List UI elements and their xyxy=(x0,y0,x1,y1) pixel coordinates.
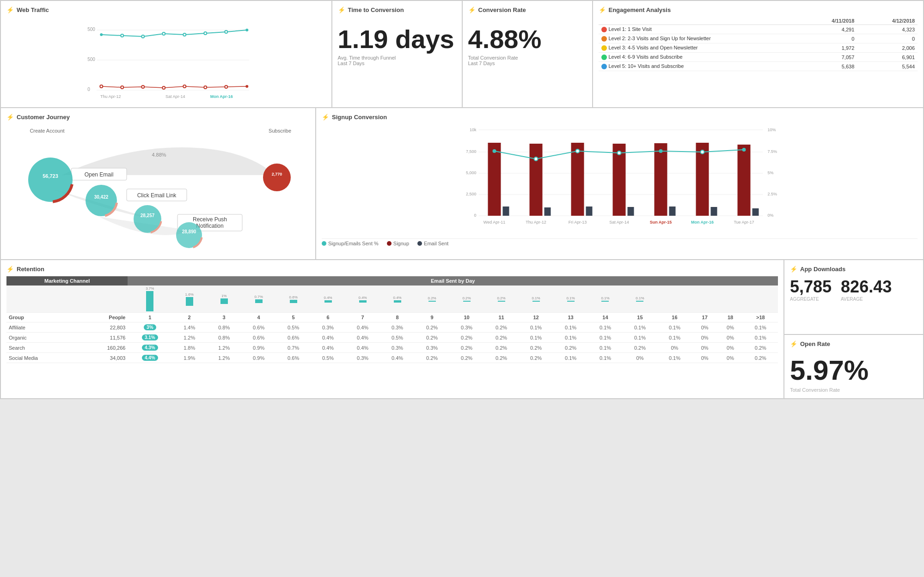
svg-point-11 xyxy=(204,32,207,35)
pct-bar-cell: 0.2% xyxy=(484,285,519,313)
val-cell: 1.4% xyxy=(172,322,207,333)
val-cell: 0.4% xyxy=(311,343,345,353)
create-account-label: Create Account xyxy=(29,128,66,134)
val-cell: 0.1% xyxy=(519,322,553,333)
conversion-rate-title: ⚡ Conversion Rate xyxy=(468,6,587,13)
svg-text:500: 500 xyxy=(87,27,95,32)
val-cell: 0.2% xyxy=(743,353,778,363)
retention-card: ⚡ Retention Marketing Channel Email Sent… xyxy=(1,260,783,398)
svg-text:Mon Apr-16: Mon Apr-16 xyxy=(210,94,233,99)
svg-point-14 xyxy=(100,85,103,88)
row-1: ⚡ Web Traffic 500 500 0 xyxy=(1,1,923,107)
val-cell: 0.6% xyxy=(241,322,276,333)
pct-bar-cell: 0.7% xyxy=(241,285,276,313)
svg-point-17 xyxy=(162,86,165,89)
val-cell: 0% xyxy=(692,353,717,363)
cr-value: 4.88% xyxy=(468,26,587,52)
val-cell: 0.4% xyxy=(311,333,345,343)
pct-bar-cell: 0.2% xyxy=(449,285,484,313)
people-cell: 11,576 xyxy=(79,333,128,343)
svg-point-78 xyxy=(534,157,538,161)
val-cell: 0.2% xyxy=(519,353,553,363)
people-col-header: People xyxy=(79,313,128,322)
svg-text:Mon Apr-16: Mon Apr-16 xyxy=(691,220,714,225)
ret-icon: ⚡ xyxy=(6,266,14,273)
web-traffic-chart: 500 500 0 xyxy=(6,17,326,100)
engagement-title: ⚡ Engagement Analysis xyxy=(599,6,918,13)
day-col-header: 9 xyxy=(415,313,449,322)
val-cell: 0.1% xyxy=(553,322,588,333)
val-cell: 0.7% xyxy=(276,343,311,353)
people-cell: 160,266 xyxy=(79,343,128,353)
svg-text:500: 500 xyxy=(87,57,95,62)
engagement-analysis-card: ⚡ Engagement Analysis 4/11/2018 4/12/201… xyxy=(593,1,924,107)
retention-table: Marketing Channel Email Sent by Day 3.7%… xyxy=(6,276,778,363)
day-col-header: 4 xyxy=(241,313,276,322)
svg-point-15 xyxy=(121,86,123,89)
sc-icon: ⚡ xyxy=(322,114,329,121)
val-cell: 0.2% xyxy=(484,343,519,353)
val-cell: 1.2% xyxy=(207,353,241,363)
svg-rect-68 xyxy=(586,207,593,216)
group-cell: Search xyxy=(6,343,79,353)
val-cell: 0% xyxy=(717,343,743,353)
val-cell: 0.3% xyxy=(380,343,415,353)
cj-svg: Open Email 4.88% Click Email Link Receiv… xyxy=(6,124,307,249)
val-cell: 0.5% xyxy=(380,333,415,343)
day-col-header: 8 xyxy=(380,313,415,322)
svg-text:Open Email: Open Email xyxy=(85,171,114,178)
svg-rect-74 xyxy=(711,207,717,216)
svg-text:56,723: 56,723 xyxy=(43,173,58,179)
ttc-label2: Last 7 Days xyxy=(338,61,456,66)
engagement-row: Level 4: 6-9 Visits and Subscribe 7,057 … xyxy=(599,53,918,62)
val-cell: 0% xyxy=(717,333,743,343)
svg-text:5,000: 5,000 xyxy=(466,170,477,175)
svg-point-7 xyxy=(121,34,123,37)
engagement-row: Level 3: 4-5 Visits and Open Newsletter … xyxy=(599,43,918,53)
cr-label1: Total Conversion Rate xyxy=(468,55,587,61)
val-cell: 0.3% xyxy=(449,322,484,333)
val-cell: 0.8% xyxy=(207,322,241,333)
svg-text:Tue Apr-17: Tue Apr-17 xyxy=(734,220,754,225)
legend-red-dot xyxy=(387,241,392,246)
svg-point-8 xyxy=(141,35,144,38)
pct-bar-cell: 0.1% xyxy=(588,285,623,313)
val-cell: 0% xyxy=(717,322,743,333)
svg-text:5%: 5% xyxy=(768,170,774,175)
pct-bar-cell xyxy=(717,285,743,313)
web-traffic-icon: ⚡ xyxy=(6,6,14,13)
customer-journey-card: ⚡ Customer Journey Open Email 4.88% xyxy=(1,108,315,259)
svg-point-82 xyxy=(701,150,704,154)
signup-conversion-card: ⚡ Signup Conversion 10k 7,500 5,000 2,50… xyxy=(316,108,923,259)
pct-bar-cell: 0.4% xyxy=(345,285,380,313)
val-cell: 0.1% xyxy=(743,333,778,343)
svg-text:0%: 0% xyxy=(768,213,774,218)
or-label: Total Conversion Rate xyxy=(790,387,918,393)
svg-text:4.88%: 4.88% xyxy=(152,152,166,158)
svg-text:Thu Apr-12: Thu Apr-12 xyxy=(100,94,121,99)
group-col-header: Group xyxy=(6,313,79,322)
val-cell: 0% xyxy=(692,322,717,333)
val-cell: 0.1% xyxy=(657,353,692,363)
svg-point-12 xyxy=(225,30,227,33)
val-cell: 0.1% xyxy=(553,333,588,343)
svg-text:Click Email Link: Click Email Link xyxy=(137,192,177,199)
val-cell: 0.2% xyxy=(449,333,484,343)
time-to-conversion-title: ⚡ Time to Conversion xyxy=(338,6,456,13)
cj-diagram: Open Email 4.88% Click Email Link Receiv… xyxy=(6,124,310,254)
svg-point-79 xyxy=(576,149,580,153)
day-col-header: 15 xyxy=(623,313,657,322)
svg-text:2,770: 2,770 xyxy=(272,172,282,176)
engagement-row: Level 2: 2-3 Visits and Sign Up for News… xyxy=(599,34,918,43)
retention-row: Organic 11,576 3.1%1.2%0.8%0.6%0.6%0.4%0… xyxy=(6,333,778,343)
svg-text:Receive Push: Receive Push xyxy=(193,216,227,223)
pct-bar-cell: 0.1% xyxy=(553,285,588,313)
cj-icon: ⚡ xyxy=(6,114,14,121)
email-day-header: Email Sent by Day xyxy=(128,276,778,285)
group-cell: Social Media xyxy=(6,353,79,363)
day-col-header: 12 xyxy=(519,313,553,322)
badge-cell: 4.3% xyxy=(128,343,172,353)
svg-text:0: 0 xyxy=(87,87,90,92)
val-cell: 0.1% xyxy=(588,353,623,363)
pct-bar-cell: 0.1% xyxy=(519,285,553,313)
